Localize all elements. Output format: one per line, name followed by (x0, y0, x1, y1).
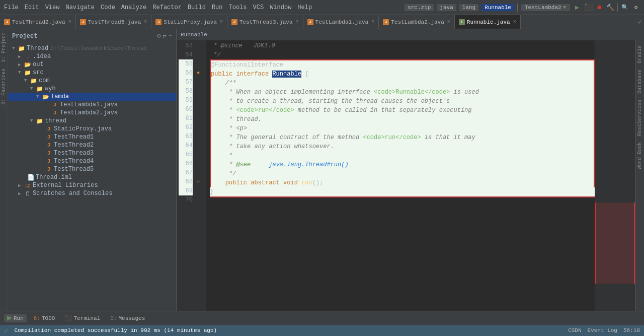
menu-build[interactable]: Build (188, 4, 206, 11)
tab-close[interactable]: × (296, 19, 299, 25)
settings-button[interactable]: ⚙ (632, 4, 640, 12)
tree-item-testthread5-proj[interactable]: J TestThread5 (8, 165, 176, 173)
search-button[interactable]: 🔍 (621, 4, 629, 12)
runnable-label[interactable]: Runnable (481, 4, 514, 11)
toolbar-right: src.zip java lang Runnable TestLambda2 ▼… (405, 4, 640, 12)
tree-item-wyh[interactable]: ▼ 📁 wyh (8, 85, 176, 93)
tree-item-lamda[interactable]: ▼ 📂 lamda (8, 93, 176, 101)
menu-refactor[interactable]: Refactor (152, 4, 182, 11)
menu-view[interactable]: View (45, 4, 60, 11)
tab-testlambda1[interactable]: J TestLambda1.java × (303, 15, 379, 29)
tab-close[interactable]: × (68, 19, 71, 25)
menu-code[interactable]: Code (101, 4, 115, 11)
database-tab[interactable]: Database (636, 66, 643, 97)
tab-testthread2[interactable]: J TestThread2.java × (0, 15, 76, 29)
tree-item-src[interactable]: ▼ 📁 src (8, 69, 176, 77)
tree-label: TestThread3 (54, 150, 94, 157)
tree-item-out[interactable]: ▶ 📂 out (8, 60, 176, 69)
tree-item-thread-pkg[interactable]: ▼ 📁 thread (8, 117, 176, 125)
menu-help[interactable]: Help (297, 4, 312, 11)
menu-vcs[interactable]: VCS (253, 4, 264, 11)
line-num-53: 53 (179, 41, 193, 50)
java-label[interactable]: java (437, 4, 456, 11)
gutter-56: ◆ (197, 69, 206, 78)
expand-arrow: ▼ (30, 118, 36, 123)
run-tab[interactable]: Run (4, 314, 27, 322)
tab-close[interactable]: × (220, 19, 223, 25)
sidebar-settings-icon[interactable]: ⚙ (157, 32, 160, 40)
project-label[interactable]: src.zip (405, 4, 434, 11)
tree-item-scratches[interactable]: ▶ 🗒 Scratches and Consoles (8, 189, 176, 197)
run-config-label: TestLambda2 (525, 5, 561, 11)
word-book-tab[interactable]: Word Book (636, 139, 643, 172)
debug-button[interactable]: ⬛ (584, 4, 592, 12)
menu-navigate[interactable]: Navigate (65, 4, 95, 11)
tree-label: wyh (45, 85, 56, 92)
run-config[interactable]: TestLambda2 ▼ (521, 4, 570, 11)
expand-arrow: ▶ (18, 183, 24, 188)
gutter-67 (197, 168, 206, 177)
messages-tab[interactable]: 0: Messages (107, 314, 148, 322)
run-line-icon: ▷ (197, 177, 200, 186)
gutter-66 (197, 159, 206, 168)
tree-item-thread-iml[interactable]: 📄 Thread.iml (8, 173, 176, 181)
tab-testlambda2[interactable]: J TestLambda2.java × (379, 15, 455, 29)
menu-analyze[interactable]: Analyze (121, 4, 146, 11)
tree-item-idea[interactable]: ▶ . .idea (8, 52, 176, 60)
tree-item-thread[interactable]: ▼ 📁 Thread D:\Tools\JavaWorkSpace\Thread (8, 44, 176, 52)
tree-item-external-libs[interactable]: ▶ 🗂 External Libraries (8, 181, 176, 189)
tree-label: External Libraries (33, 182, 98, 189)
tree-label: Thread (27, 45, 48, 52)
sidebar-actions: ⚙ ⇄ − (157, 32, 172, 40)
rest-services-tab[interactable]: RestServices (636, 97, 643, 139)
project-side-tab[interactable]: 1: Project (0, 29, 8, 65)
tab-close[interactable]: × (144, 19, 147, 25)
implement-icon: ◆ (197, 69, 200, 78)
tab-runnable[interactable]: I Runnable.java × (455, 15, 521, 29)
menu-tools[interactable]: Tools (229, 4, 247, 11)
todo-tab[interactable]: 6: TODO (31, 314, 58, 322)
check-icon[interactable]: ✓ (638, 18, 642, 26)
tree-label: thread (45, 117, 66, 124)
menu-file[interactable]: File (4, 4, 19, 11)
tree-item-testthread2-proj[interactable]: J TestThread2 (8, 141, 176, 149)
event-log-label[interactable]: Event Log (588, 327, 617, 333)
favorites-side-tab[interactable]: 2: Favorites (0, 65, 8, 108)
tree-item-testthread1[interactable]: J TestThread1 (8, 133, 176, 141)
tree-item-testthread4[interactable]: J TestThread4 (8, 157, 176, 165)
tab-close[interactable]: × (447, 19, 450, 25)
tab-testthread3[interactable]: J TestThread3.java × (227, 15, 303, 29)
folder-icon: 📁 (36, 118, 43, 124)
menu-window[interactable]: Window (270, 4, 291, 11)
build-button[interactable]: 🔨 (606, 4, 614, 12)
line-num-63: 63 (179, 132, 193, 141)
sidebar-collapse-icon[interactable]: − (169, 32, 172, 40)
tab-close[interactable]: × (371, 19, 374, 25)
line-num-55: 55 (179, 59, 193, 69)
code-line-55: @FunctionalInterface (210, 59, 595, 70)
stop-button[interactable]: ■ (595, 4, 603, 12)
tree-item-testlambda1[interactable]: J TestLambda1.java (8, 101, 176, 109)
sidebar-sync-icon[interactable]: ⇄ (163, 32, 167, 40)
tab-staticproxy[interactable]: J StaticProxy.java × (151, 15, 227, 29)
expand-arrow: ▼ (36, 94, 42, 99)
tab-close[interactable]: × (513, 19, 516, 25)
gutter-63 (197, 132, 206, 141)
tree-label: com (39, 77, 50, 84)
tree-item-com[interactable]: ▼ 📁 com (8, 77, 176, 85)
tree-item-testthread3-proj[interactable]: J TestThread3 (8, 149, 176, 157)
tab-testthread5[interactable]: J TestThread5.java × (76, 15, 152, 29)
tree-item-testlambda2[interactable]: J TestLambda2.java (8, 109, 176, 117)
lang-label[interactable]: lang (459, 4, 478, 11)
status-check-icon: ✓ (4, 326, 8, 335)
code-line-61: * thread. (210, 115, 595, 124)
code-content[interactable]: * @since JDK1.0 */ @FunctionalInterface … (206, 40, 595, 311)
gutter: ◆ ▷ (197, 40, 206, 311)
terminal-tab[interactable]: ⬛ Terminal (62, 314, 103, 322)
gradle-tab[interactable]: Gradle (636, 42, 643, 66)
run-button[interactable]: ▶ (573, 4, 581, 12)
menu-edit[interactable]: Edit (25, 4, 39, 11)
menu-run[interactable]: Run (212, 4, 223, 11)
tree-item-staticproxy[interactable]: J StaticProxy.java (8, 125, 176, 133)
code-editor[interactable]: 53 54 55 56 57 58 59 60 61 62 63 64 65 6… (177, 40, 635, 311)
